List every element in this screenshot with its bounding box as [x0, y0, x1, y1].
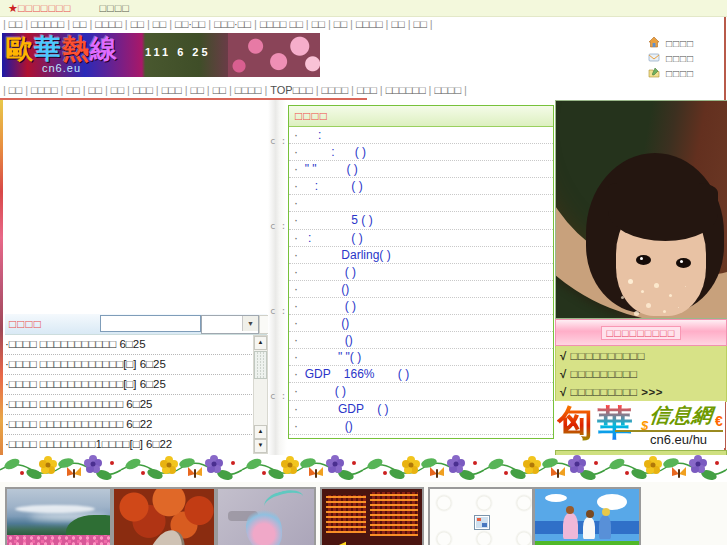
nav-separator: | — [25, 18, 28, 30]
article-list-item[interactable]: · — [289, 195, 553, 212]
article-list-item[interactable]: · " " ( ) — [289, 161, 553, 178]
nav-link[interactable]: □□ — [153, 18, 166, 30]
nav-link[interactable]: □□□·□□ — [214, 18, 251, 30]
news-list-item[interactable]: ·□□□□ □□□□□□□□1□□□□[□] 6□22 — [5, 435, 252, 452]
nav-link[interactable]: □□ — [89, 84, 102, 96]
site-banner[interactable]: 歐華熱線 cn6.eu 111 6 25 — [2, 33, 320, 77]
thumbnail-autumn-road[interactable] — [112, 487, 216, 545]
nav-link[interactable]: □□ — [414, 18, 427, 30]
column-splitter[interactable]: c : c : c : c : — [268, 100, 287, 456]
splitter-handle: c : — [270, 221, 286, 231]
nav-link[interactable]: □□ — [9, 84, 22, 96]
nav-separator: | — [429, 84, 432, 96]
article-list-item[interactable]: · ( ) — [289, 383, 553, 400]
nav-separator: | — [105, 84, 108, 96]
scroll-up-button[interactable]: ▲ — [254, 336, 267, 350]
nav-link[interactable]: □□ — [334, 18, 347, 30]
article-list-item[interactable]: · GDP ( ) — [289, 401, 553, 418]
thumbnail-stock-exchange[interactable] — [320, 487, 424, 545]
category-select[interactable]: ▼ — [201, 315, 259, 334]
article-list-item[interactable]: · ( ) — [289, 298, 553, 315]
nav-link[interactable]: □□ — [66, 84, 79, 96]
article-list-item[interactable]: · () — [289, 418, 553, 435]
article-list-item[interactable]: · " "( ) — [289, 349, 553, 366]
child-figure — [583, 517, 595, 539]
thumbnail-azalea[interactable] — [5, 487, 112, 545]
nav-link[interactable]: □□□ — [133, 84, 153, 96]
article-list-item[interactable]: · : ( ) — [289, 178, 553, 195]
child-figure — [599, 515, 611, 539]
nav-link[interactable]: □□□□□ — [31, 18, 64, 30]
nav-link[interactable]: □□ — [213, 84, 226, 96]
quick-link-edit[interactable]: □□□□ — [648, 66, 724, 81]
article-list-item[interactable]: · : ( ) — [289, 230, 553, 247]
nav-link[interactable]: □□□□ — [321, 84, 348, 96]
news-list-item[interactable]: ·□□□□ □□□□□□□□□□□□ 6□25 — [5, 395, 252, 415]
nav-link[interactable]: □□ — [9, 18, 22, 30]
star-icon: ★ — [8, 2, 18, 14]
logo-char: 華 — [34, 34, 62, 64]
nav-link[interactable]: □□ — [312, 18, 325, 30]
article-list-item[interactable]: · () — [289, 332, 553, 349]
thumbnail-fantasy-art[interactable] — [216, 487, 316, 545]
site-logo-domain: cn6.eu — [42, 62, 81, 74]
nav-link[interactable]: □□□ — [162, 84, 182, 96]
nav-link[interactable]: □□□□ — [356, 18, 383, 30]
announcement-link[interactable]: □□□□ — [99, 2, 130, 14]
nav-link[interactable]: □□ — [111, 84, 124, 96]
right-section-header: □□□□□□□□□ — [555, 319, 727, 346]
nav-link[interactable]: □□□□ — [235, 84, 262, 96]
quick-links: □□□□□□□□□□□□ — [648, 36, 724, 81]
quick-link-label: □□□□ — [666, 66, 694, 81]
chevron-down-icon[interactable]: ▼ — [242, 316, 258, 331]
news-list-item[interactable]: ·□□□□ □□□□□□□□□□□□ 6□22 — [5, 415, 252, 435]
news-list-item[interactable]: ·□□□□ □□□□□□□□□□□□[□] 6□25 — [5, 375, 252, 395]
quick-link-mail[interactable]: □□□□ — [648, 51, 724, 66]
banner-date: 111 6 25 — [145, 46, 211, 58]
nav-link[interactable]: □□□□ — [31, 84, 58, 96]
info-site-logo[interactable]: 匈 華 $ 信息網 € cn6.eu/hu — [555, 401, 725, 448]
nav-link[interactable]: □□ — [131, 18, 144, 30]
list-scrollbar[interactable]: ▲ ▲ ▼ — [253, 335, 268, 454]
nav-link[interactable]: □□ — [191, 84, 204, 96]
nav-link[interactable]: □□□ — [357, 84, 377, 96]
scroll-down-button[interactable]: ▼ — [254, 439, 267, 453]
article-link-text: " "( ) — [298, 350, 361, 364]
nav-link[interactable]: □□·□□ — [175, 18, 205, 30]
article-list: · :· : ( )· " " ( )· : ( )·· 5 ( )· : ( … — [289, 127, 553, 435]
flower-border-decoration — [0, 455, 727, 482]
featured-link-item[interactable]: √ □□□□□□□□□□ — [556, 347, 726, 365]
article-list-item[interactable]: · GDP 166% ( ) — [289, 366, 553, 383]
article-list-item[interactable]: · Darling( ) — [289, 247, 553, 264]
nav-separator: | — [3, 18, 6, 30]
splitter-handle: c : — [270, 391, 286, 401]
search-input[interactable] — [100, 315, 201, 332]
featured-link-item[interactable]: √ □□□□□□□□□ >>> — [556, 383, 726, 401]
article-list-item[interactable]: · () — [289, 315, 553, 332]
article-list-item[interactable]: · ( ) — [289, 264, 553, 281]
nav-link[interactable]: TOP□□□ — [270, 84, 312, 96]
banner-flowers-image — [228, 33, 320, 77]
article-list-item[interactable]: · : ( ) — [289, 144, 553, 161]
nav-link[interactable]: □□□□□□ — [386, 84, 426, 96]
thumbnail-missing-image[interactable] — [428, 487, 534, 545]
nav-link[interactable]: □□□□ □□ — [260, 18, 303, 30]
article-link-text: " " ( ) — [298, 162, 358, 176]
nav-link[interactable]: □□ — [391, 18, 404, 30]
scroll-thumb[interactable] — [254, 351, 267, 379]
news-list-item[interactable]: ·□□□□ □□□□□□□□□□□ 6□25 — [5, 335, 252, 355]
nav-link[interactable]: □□ — [73, 18, 86, 30]
thumbnail-cartoon-kids[interactable] — [533, 487, 641, 545]
nav-separator: | — [83, 84, 86, 96]
news-list-item[interactable]: ·□□□□ □□□□□□□□□□□□[□] 6□25 — [5, 355, 252, 375]
article-list-item[interactable]: · 5 ( ) — [289, 212, 553, 229]
nav-separator: | — [316, 84, 319, 96]
edit-icon — [648, 66, 666, 82]
nav-link[interactable]: □□□□ — [95, 18, 122, 30]
article-list-item[interactable]: · () — [289, 281, 553, 298]
article-list-item[interactable]: · : — [289, 127, 553, 144]
scroll-up-button-bottom[interactable]: ▲ — [254, 425, 267, 439]
featured-link-item[interactable]: √ □□□□□□□□□ — [556, 365, 726, 383]
nav-link[interactable]: □□□□ — [434, 84, 461, 96]
quick-link-home[interactable]: □□□□ — [648, 36, 724, 51]
